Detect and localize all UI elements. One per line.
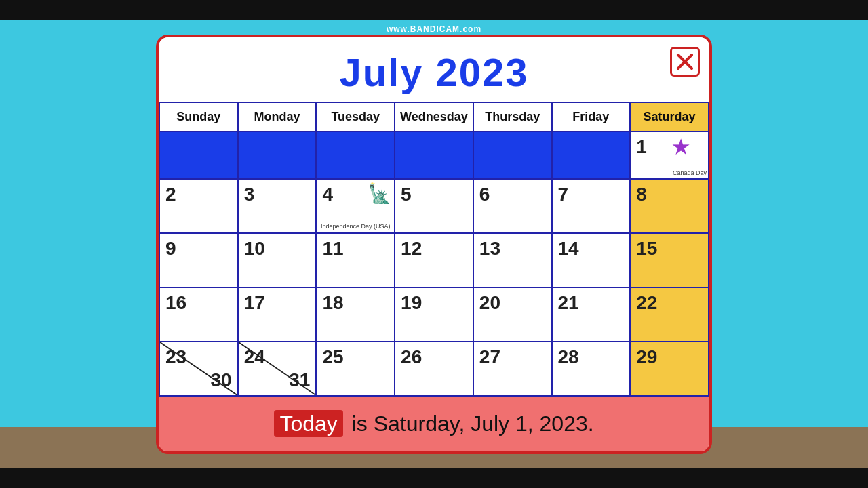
header-wednesday: Wednesday	[395, 102, 473, 131]
week-row-1: 1 ★ Canada Day	[159, 131, 709, 179]
empty-cell	[159, 131, 238, 179]
day-8: 8	[630, 179, 709, 233]
day-19: 19	[395, 287, 473, 342]
today-label: Today	[274, 410, 342, 437]
footer-bar: Today is Saturday, July 1, 2023.	[159, 396, 709, 451]
day-23-30: 23 30	[159, 342, 238, 396]
day-7: 7	[552, 179, 631, 233]
independence-icon: 🗽	[368, 182, 391, 205]
footer-text: is Saturday, July 1, 2023.	[346, 411, 594, 436]
title-bar: July 2023	[159, 37, 709, 102]
day-2: 2	[159, 179, 238, 233]
day-4: 4 🗽 Independence Day (USA)	[316, 179, 395, 233]
day-6: 6	[473, 179, 552, 233]
day-20: 20	[473, 287, 552, 342]
week-row-5: 23 30 24 31	[159, 342, 709, 396]
empty-cell	[238, 131, 317, 179]
day-21: 21	[552, 287, 631, 342]
day-22: 22	[630, 287, 709, 342]
header-tuesday: Tuesday	[316, 102, 395, 131]
canada-day-label: Canada Day	[673, 169, 707, 176]
day-1: 1 ★ Canada Day	[630, 131, 709, 179]
day-3: 3	[238, 179, 317, 233]
day-9: 9	[159, 233, 238, 287]
day-25: 25	[316, 342, 395, 396]
day-13: 13	[473, 233, 552, 287]
header-thursday: Thursday	[473, 102, 552, 131]
close-button[interactable]	[670, 47, 700, 77]
empty-cell	[473, 131, 552, 179]
top-bar	[0, 0, 868, 20]
day-18: 18	[316, 287, 395, 342]
bottom-bar	[0, 468, 868, 488]
week-row-4: 16 17 18 19 20 21 22	[159, 287, 709, 342]
empty-cell	[395, 131, 473, 179]
day-14: 14	[552, 233, 631, 287]
day-17: 17	[238, 287, 317, 342]
header-monday: Monday	[238, 102, 317, 131]
day-11: 11	[316, 233, 395, 287]
day-12: 12	[395, 233, 473, 287]
header-saturday: Saturday	[630, 102, 709, 131]
day-28: 28	[552, 342, 631, 396]
calendar-window: July 2023 Sunday Monday Tuesday Wednesda…	[156, 35, 712, 454]
day-26: 26	[395, 342, 473, 396]
empty-cell	[316, 131, 395, 179]
day-29: 29	[630, 342, 709, 396]
week-row-2: 2 3 4 🗽 Independence Day (USA) 5 6 7 8	[159, 179, 709, 233]
day-10: 10	[238, 233, 317, 287]
calendar-table: Sunday Monday Tuesday Wednesday Thursday…	[159, 102, 709, 396]
week-row-3: 9 10 11 12 13 14 15	[159, 233, 709, 287]
day-number: 1	[636, 136, 703, 158]
day-24-31: 24 31	[238, 342, 317, 396]
canada-day-star: ★	[672, 136, 689, 159]
day-16: 16	[159, 287, 238, 342]
calendar-title: July 2023	[172, 49, 696, 95]
header-row: Sunday Monday Tuesday Wednesday Thursday…	[159, 102, 709, 131]
header-sunday: Sunday	[159, 102, 238, 131]
header-friday: Friday	[552, 102, 631, 131]
independence-label: Independence Day (USA)	[317, 223, 394, 230]
watermark: www.BANDICAM.com	[387, 24, 481, 34]
day-27: 27	[473, 342, 552, 396]
empty-cell	[552, 131, 631, 179]
day-5: 5	[395, 179, 473, 233]
day-15: 15	[630, 233, 709, 287]
